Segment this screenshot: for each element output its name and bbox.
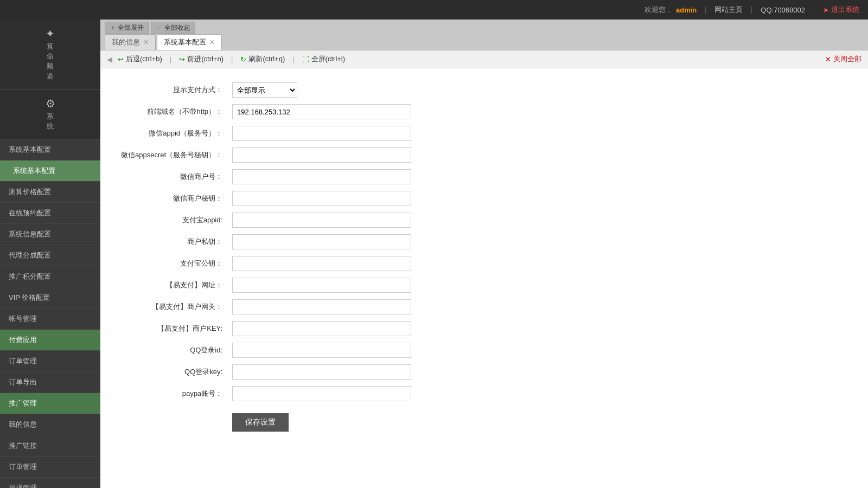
refresh-icon: ↻ [240,55,246,63]
input-wechat-merchant-key[interactable] [232,191,411,206]
sidebar-item-account-mgmt[interactable]: 帐号管理 [0,309,100,330]
row-wechat-appid: 微信appid（服务号）： [117,123,852,144]
right-panel: ＋ 全部展开 － 全部收起 我的信息 ✕ 系统基本配置 ✕ [100,20,868,488]
tab-my-info-close[interactable]: ✕ [143,38,149,46]
sidebar-section-suanming[interactable]: ✦ 算 命 频 道 [0,20,100,89]
toolbar: ◀ ↩ 后退(ctrl+b) | ↪ 前进(ctrl+n) | ↻ 刷新(ctr… [100,50,868,68]
label-yipay-merchant-key: 【易支付】商户KEY: [117,318,228,339]
tab-controls: ＋ 全部展开 － 全部收起 [100,20,868,34]
input-cell-alipay-public-key [228,253,852,274]
sidebar-item-order-mgmt[interactable]: 订单管理 [0,351,100,372]
sep3: ｜ [810,5,818,15]
input-wechat-appid[interactable] [232,126,411,141]
xitong-icon: ⚙ [46,97,55,110]
fullscreen-button[interactable]: ⛶ 全屏(ctrl+i) [299,53,348,65]
sidebar-item-sysinfo-config[interactable]: 系统信息配置 [0,224,100,245]
sidebar-item-paid-apps[interactable]: 付费应用 [0,330,100,351]
input-yipay-url[interactable] [232,278,411,293]
sidebar-item-booking-config[interactable]: 在线预约配置 [0,203,100,224]
label-qq-login-key: QQ登录key: [117,361,228,383]
label-paypa-account: paypa账号： [117,383,228,404]
label-display-payment: 显示支付方式： [117,79,228,101]
input-qq-login-id[interactable] [232,343,411,358]
input-alipay-appid[interactable] [232,213,411,228]
expand-all-button[interactable]: ＋ 全部展开 [105,22,149,34]
row-qq-login-id: QQ登录id: [117,339,852,361]
row-alipay-appid: 支付宝appid: [117,209,852,231]
input-cell-wechat-merchant-key [228,188,852,209]
sidebar-item-sys-basic-sub[interactable]: 系统基本配置 [0,160,100,182]
sidebar-item-withdraw-mgmt[interactable]: 提现管理 [0,478,100,488]
input-cell-alipay-appid [228,209,852,231]
tab-sys-config-close[interactable]: ✕ [209,38,215,46]
plus-icon: ＋ [110,24,116,31]
label-qq-login-id: QQ登录id: [117,339,228,361]
sidebar: ✦ 算 命 频 道 ⚙ 系 统 系统基本配置 系统基本配置 测算价格配置 在线预… [0,20,100,488]
collapse-all-button[interactable]: － 全部收起 [151,22,195,34]
sidebar-item-order-mgmt2[interactable]: 订单管理 [0,457,100,478]
sidebar-item-my-info[interactable]: 我的信息 [0,414,100,435]
label-wechat-appid: 微信appid（服务号）： [117,123,228,144]
label-wechat-appsecret: 微信appsecret（服务号秘钥）： [117,144,228,166]
input-cell-merchant-private-key [228,231,852,253]
input-yipay-merchant-key[interactable] [232,321,411,336]
input-paypa-account[interactable] [232,386,411,401]
tab-sys-config[interactable]: 系统基本配置 ✕ [157,34,222,50]
row-wechat-merchant-key: 微信商户秘钥： [117,188,852,209]
row-paypa-account: paypa账号： [117,383,852,404]
input-yipay-merchant-gateway[interactable] [232,299,411,314]
row-qq-login-key: QQ登录key: [117,361,852,383]
row-yipay-merchant-key: 【易支付】商户KEY: [117,318,852,339]
row-alipay-public-key: 支付宝公钥： [117,253,852,274]
tabs-row: 我的信息 ✕ 系统基本配置 ✕ [100,34,868,50]
admin-name: admin [676,6,697,14]
close-all-button[interactable]: ✕ 关闭全部 [825,54,861,64]
input-wechat-appsecret[interactable] [232,147,411,163]
label-frontend-domain: 前端域名（不带http）： [117,101,228,123]
row-frontend-domain: 前端域名（不带http）： [117,101,852,123]
sidebar-item-sys-basic[interactable]: 系统基本配置 [0,139,100,160]
input-cell-qq-login-key [228,361,852,383]
input-cell-frontend-domain [228,101,852,123]
sidebar-item-order-export[interactable]: 订单导出 [0,372,100,393]
tab-my-info[interactable]: 我的信息 ✕ [105,34,156,50]
exit-button[interactable]: ➤ 退出系统 [823,5,859,15]
sidebar-item-agent-config[interactable]: 代理分成配置 [0,245,100,266]
input-cell-yipay-merchant-key [228,318,852,339]
row-display-payment: 显示支付方式： 全部显示 微信支付 支付宝 QQ支付 [117,79,852,101]
row-wechat-merchant-no: 微信商户号： [117,166,852,188]
row-yipay-merchant-gateway: 【易支付】商户网关： [117,296,852,318]
sidebar-section-xitong[interactable]: ⚙ 系 统 [0,89,100,139]
back-button[interactable]: ↩ 后退(ctrl+b) [114,53,165,65]
input-merchant-private-key[interactable] [232,234,411,249]
input-qq-login-key[interactable] [232,364,411,380]
config-form: 显示支付方式： 全部显示 微信支付 支付宝 QQ支付 前端域名（不带h [117,79,852,435]
sidebar-item-promo-link[interactable]: 推广链接 [0,435,100,457]
sidebar-item-price-config[interactable]: 测算价格配置 [0,182,100,203]
xitong-chars: 系 统 [47,112,54,131]
label-wechat-merchant-no: 微信商户号： [117,166,228,188]
sep2: ｜ [748,5,755,15]
input-cell-wechat-appsecret [228,144,852,166]
suanming-icon: ✦ [46,27,55,40]
row-merchant-private-key: 商户私钥： [117,231,852,253]
refresh-button[interactable]: ↻ 刷新(ctrl+q) [237,53,288,65]
sidebar-item-promo-mgmt[interactable]: 推广管理 [0,393,100,414]
save-button[interactable]: 保存设置 [232,413,289,432]
sidebar-item-points-config[interactable]: 推广积分配置 [0,266,100,287]
tab-sys-config-label: 系统基本配置 [164,37,206,47]
forward-button[interactable]: ↪ 前进(ctrl+n) [176,53,227,65]
user-info: 欢迎您， admin ｜ 网站主页 ｜ QQ:70068002 ｜ ➤ 退出系统 [644,5,859,15]
input-frontend-domain[interactable] [232,104,411,119]
site-admin-link[interactable]: 网站主页 [714,5,743,15]
sidebar-item-vip-config[interactable]: VIP 价格配置 [0,287,100,309]
input-wechat-merchant-no[interactable] [232,169,411,184]
select-display-payment[interactable]: 全部显示 微信支付 支付宝 QQ支付 [232,82,297,98]
tab-my-info-label: 我的信息 [112,37,140,47]
toolbar-sep2: | [231,55,233,63]
input-alipay-public-key[interactable] [232,256,411,271]
fullscreen-icon: ⛶ [302,55,309,63]
input-cell-yipay-url [228,274,852,296]
input-cell-wechat-appid [228,123,852,144]
row-wechat-appsecret: 微信appsecret（服务号秘钥）： [117,144,852,166]
